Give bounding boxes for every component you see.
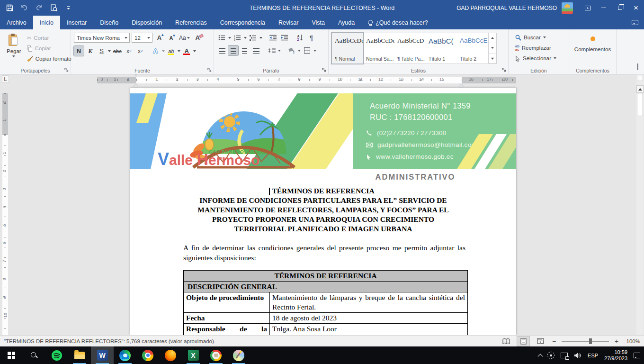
font-color-dropdown-arrow[interactable] [193,50,196,52]
tray-chevron-icon[interactable] [538,354,543,359]
decrease-indent-button[interactable] [268,33,278,43]
bullets-button[interactable] [217,33,227,43]
web-layout-button[interactable] [534,337,546,346]
account-avatar[interactable] [562,2,573,14]
grow-font-button[interactable]: A▲ [154,33,164,43]
word-count-status[interactable]: "TERMINOS DE REFERENCIA REFLECTORES": 5,… [4,338,215,344]
action-center-icon[interactable] [634,353,640,358]
hanging-indent-marker[interactable] [134,80,138,84]
numbering-button[interactable]: 123 [233,33,242,43]
highlight-dropdown-arrow[interactable] [178,50,180,52]
tab-correspondencia[interactable]: Correspondencia [214,16,272,29]
scroll-up-arrow[interactable] [636,85,644,93]
right-indent-marker[interactable] [459,80,463,84]
replace-button[interactable]: abac Reemplazar [513,43,566,53]
line-spacing-dropdown-arrow[interactable] [278,50,281,52]
bullets-dropdown-arrow[interactable] [228,37,231,39]
underline-button[interactable]: S [97,46,107,56]
zoom-slider-thumb[interactable] [589,338,592,344]
justify-button[interactable] [251,46,261,55]
styles-scroll-down[interactable] [489,43,496,53]
highlight-button[interactable]: ab [166,46,176,56]
shrink-font-button[interactable]: A▼ [166,33,176,43]
tab-stop-selector[interactable]: L [2,75,9,83]
align-center-button[interactable] [228,46,238,55]
text-effects-dropdown-arrow[interactable] [162,50,165,52]
redo-icon[interactable] [35,4,43,12]
restore-button[interactable] [612,0,628,16]
account-name[interactable]: GAD PARROQUIAL VALLE HERMOSO [456,5,557,11]
copy-button[interactable]: Copiar [25,43,73,54]
font-size-combo[interactable]: 12 [132,33,152,43]
paste-dropdown-arrow[interactable] [12,55,15,57]
superscript-button[interactable]: x2 [135,46,145,56]
addins-button[interactable]: Complementos [572,32,613,65]
vertical-scrollbar[interactable] [636,74,644,335]
subscript-button[interactable]: x2 [124,46,134,56]
select-button[interactable]: Seleccionar [513,53,566,64]
taskbar-excel[interactable]: X [182,346,205,364]
show-paragraph-marks-button[interactable]: ¶ [306,33,316,43]
shading-button[interactable] [286,46,296,55]
taskbar-search-button[interactable] [23,346,45,364]
tab-revisar[interactable]: Revisar [272,16,305,29]
customize-qat-icon[interactable] [64,4,72,12]
zoom-in-button[interactable]: + [614,337,619,345]
comments-icon[interactable] [632,20,638,25]
taskbar-browser-profile[interactable] [205,346,227,364]
change-case-button[interactable]: Aa [178,33,191,43]
print-preview-icon[interactable] [50,4,58,12]
tab-vista[interactable]: Vista [305,16,331,29]
align-right-button[interactable] [240,46,250,55]
borders-button[interactable] [302,46,312,55]
clear-formatting-button[interactable]: A [193,33,203,43]
font-name-combo[interactable]: Times New Roma [74,33,130,43]
style-normal-sa[interactable]: AaBbCcDc Normal Sa... [363,33,394,64]
save-icon[interactable] [6,4,14,12]
multilevel-dropdown-arrow[interactable] [259,37,262,39]
shading-dropdown-arrow[interactable] [298,50,301,52]
start-button[interactable] [0,346,23,364]
tab-ayuda[interactable]: Ayuda [331,16,361,29]
network-icon[interactable] [561,353,568,358]
bold-button[interactable]: N [74,46,84,56]
scrollbar-thumb[interactable] [637,93,643,116]
horizontal-ruler[interactable]: 3 2 1 1 2 3 4 5 6 7 8 9 10 11 12 13 14 1… [97,76,516,84]
taskbar-chrome[interactable] [136,346,159,364]
collapse-ribbon-button[interactable] [637,64,638,70]
zoom-level[interactable]: 100% [624,338,640,344]
print-layout-button[interactable] [517,337,529,346]
vertical-ruler[interactable]: 2 1 1 2 3 4 5 6 7 8 9 10 [2,93,8,335]
align-left-button[interactable] [217,46,227,55]
style-table-pa[interactable]: AaBbCcD ¶ Table Pa... [394,33,426,64]
cut-button[interactable]: ✂ Cortar [25,33,73,43]
taskbar-file-explorer[interactable] [68,346,91,364]
minimize-button[interactable] [596,0,612,16]
language-indicator[interactable]: ESP [588,353,598,358]
close-button[interactable]: × [628,0,644,16]
font-color-button[interactable]: A [182,46,192,56]
borders-dropdown-arrow[interactable] [313,50,316,52]
zoom-slider[interactable] [562,341,609,342]
underline-dropdown-arrow[interactable] [108,50,111,52]
style-normal[interactable]: AaBbCcDc ¶ Normal [332,33,363,64]
numbering-dropdown-arrow[interactable] [244,37,247,39]
document-page[interactable]: Valle HGAD PARROQUIALermoso Acuerdo Mini… [130,88,516,335]
multilevel-list-button[interactable] [248,33,258,43]
find-button[interactable]: Buscar [513,32,566,43]
zoom-out-button[interactable]: − [551,337,557,345]
taskbar-spotify[interactable] [45,346,68,364]
paste-button[interactable]: Pegar [3,32,25,65]
tab-archivo[interactable]: Archivo [0,16,33,29]
undo-icon[interactable] [20,4,28,12]
ruler-toggle-button[interactable] [637,75,643,81]
tab-disposicion[interactable]: Disposición [125,16,169,29]
sort-button[interactable]: AZ [295,33,305,43]
select-dropdown-arrow[interactable] [554,57,556,59]
tab-referencias[interactable]: Referencias [169,16,214,29]
read-mode-button[interactable] [500,337,512,346]
tab-insertar[interactable]: Insertar [60,16,93,29]
tab-diseno[interactable]: Diseño [93,16,125,29]
taskbar-paint3d[interactable] [227,346,250,364]
taskbar-edge[interactable] [114,346,136,364]
